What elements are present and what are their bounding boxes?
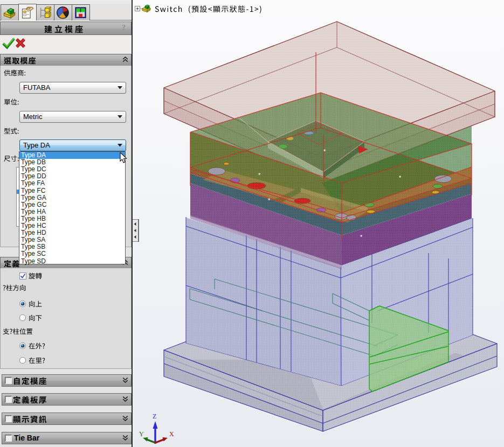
svg-text:X: X [169,430,174,438]
svg-text:Y: Y [139,430,144,438]
svg-text:Z: Z [153,413,156,420]
